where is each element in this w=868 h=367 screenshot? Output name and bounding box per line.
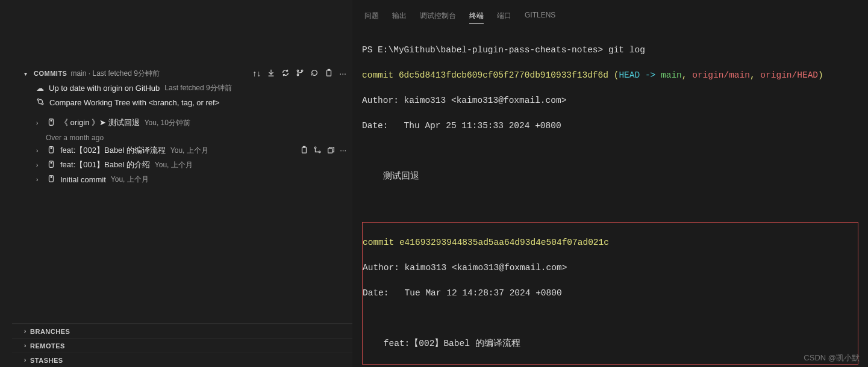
commit-meta: You, 上个月 bbox=[111, 174, 149, 185]
chevron-right-icon: › bbox=[24, 342, 30, 349]
commits-section-header[interactable]: ▾ COMMITS main · Last fetched 9分钟前 ↑↓ ··… bbox=[12, 66, 352, 81]
svg-point-2 bbox=[302, 70, 304, 72]
svg-point-1 bbox=[298, 74, 299, 76]
compare-icon bbox=[36, 97, 45, 108]
origin-meta: You, 10分钟前 bbox=[145, 118, 190, 128]
svg-point-17 bbox=[51, 162, 52, 163]
chevron-right-icon: › bbox=[24, 357, 30, 363]
tab-gitlens[interactable]: GITLENS bbox=[525, 11, 555, 24]
term-line: Author: kaimo313 <kaimo313@foxmail.com> bbox=[363, 262, 858, 274]
term-line: feat:【002】Babel 的编译流程 bbox=[363, 338, 858, 350]
svg-rect-3 bbox=[327, 70, 331, 76]
svg-point-10 bbox=[51, 147, 52, 149]
compare-row[interactable]: Compare Working Tree with <branch, tag, … bbox=[12, 95, 352, 109]
panel-tabs: 问题 输出 调试控制台 终端 端口 GITLENS bbox=[352, 0, 868, 29]
term-blank bbox=[362, 196, 858, 208]
term-line: Date: Thu Apr 25 11:35:33 2024 +0800 bbox=[362, 120, 858, 132]
commit-row[interactable]: › feat:【001】Babel 的介绍 You, 上个月 bbox=[12, 158, 352, 172]
activity-bar bbox=[0, 0, 12, 367]
chevron-down-icon: ▾ bbox=[24, 70, 30, 77]
chevron-right-icon: › bbox=[24, 328, 30, 335]
refresh-icon[interactable] bbox=[310, 69, 319, 79]
svg-rect-11 bbox=[302, 147, 307, 153]
commit-hash: commit e41693293944835ad5aa64d93d4e504f0… bbox=[363, 236, 858, 249]
commit-icon bbox=[47, 160, 55, 170]
tab-problems[interactable]: 问题 bbox=[364, 11, 379, 24]
term-line: Date: Tue Mar 12 14:28:37 2024 +0800 bbox=[363, 287, 858, 300]
commit-row-actions: ··· bbox=[300, 146, 346, 156]
stashes-label: STASHES bbox=[30, 357, 63, 364]
commit-row[interactable]: › feat:【002】Babel 的编译流程 You, 上个月 ··· bbox=[12, 143, 352, 158]
clipboard-icon[interactable] bbox=[325, 69, 333, 79]
uptodate-meta: Last fetched 9分钟前 bbox=[164, 83, 231, 93]
cloud-icon: ☁ bbox=[36, 84, 44, 93]
gap bbox=[12, 109, 352, 116]
commits-subtitle: main · Last fetched 9分钟前 bbox=[70, 69, 159, 79]
uptodate-text: Up to date with origin on GitHub bbox=[49, 84, 160, 93]
watermark: CSDN @凯小默 bbox=[804, 353, 860, 363]
branches-label: BRANCHES bbox=[30, 328, 70, 335]
stashes-section[interactable]: › STASHES bbox=[12, 353, 352, 367]
svg-point-8 bbox=[51, 120, 52, 121]
svg-point-6 bbox=[42, 103, 43, 105]
remotes-label: REMOTES bbox=[30, 342, 65, 350]
fetch-icon[interactable] bbox=[281, 69, 290, 79]
gitlens-sidebar: ▾ COMMITS main · Last fetched 9分钟前 ↑↓ ··… bbox=[12, 0, 352, 367]
term-line: commit 6dc5d8413fdcb609cf05f2770db910933… bbox=[362, 69, 858, 82]
svg-point-0 bbox=[298, 70, 299, 72]
up-down-icon[interactable]: ↑↓ bbox=[252, 69, 261, 79]
commits-title: COMMITS bbox=[34, 70, 67, 77]
commit-label: feat:【001】Babel 的介绍 bbox=[60, 159, 150, 170]
commits-section-actions: ↑↓ ··· bbox=[252, 69, 346, 79]
terminal-output[interactable]: PS E:\MyGithub\babel-plugin-pass-cheats-… bbox=[352, 29, 868, 367]
commit-icon bbox=[47, 146, 55, 156]
pull-icon[interactable] bbox=[267, 69, 275, 79]
commit-meta: You, 上个月 bbox=[155, 160, 193, 170]
sidebar-spacer bbox=[12, 0, 352, 66]
commit-hash: commit 6dc5d8413fdcb609cf05f2770db910933… bbox=[362, 70, 608, 80]
origin-text: 《 origin 》➤ 测试回退 bbox=[60, 117, 140, 128]
tab-debug[interactable]: 调试控制台 bbox=[420, 11, 456, 24]
chevron-right-icon: › bbox=[36, 147, 42, 154]
branches-section[interactable]: › BRANCHES bbox=[12, 324, 352, 338]
chevron-right-icon: › bbox=[36, 120, 42, 126]
origin-row[interactable]: › 《 origin 》➤ 测试回退 You, 10分钟前 bbox=[12, 116, 352, 130]
branch-pill-icon bbox=[47, 118, 55, 128]
remotes-section[interactable]: › REMOTES bbox=[12, 338, 352, 353]
svg-rect-15 bbox=[328, 148, 333, 153]
commit-icon bbox=[47, 174, 55, 185]
clipboard-icon[interactable] bbox=[300, 146, 308, 156]
commit-label: Initial commit bbox=[60, 175, 106, 184]
commit-label: feat:【002】Babel 的编译流程 bbox=[60, 145, 166, 156]
terminal-panel: 问题 输出 调试控制台 终端 端口 GITLENS PS E:\MyGithub… bbox=[352, 0, 868, 367]
svg-point-13 bbox=[314, 147, 316, 149]
svg-point-19 bbox=[51, 176, 52, 177]
term-blank bbox=[363, 312, 858, 325]
bottom-sections: › BRANCHES › REMOTES › STASHES bbox=[12, 323, 352, 367]
tab-ports[interactable]: 端口 bbox=[497, 11, 511, 24]
branch-icon[interactable] bbox=[296, 69, 304, 79]
svg-point-14 bbox=[319, 151, 320, 153]
svg-point-5 bbox=[37, 99, 39, 100]
term-line: Author: kaimo313 <kaimo313@foxmail.com> bbox=[362, 94, 858, 107]
more-icon[interactable]: ··· bbox=[339, 69, 346, 79]
chevron-right-icon: › bbox=[36, 176, 42, 183]
tab-output[interactable]: 输出 bbox=[392, 11, 407, 24]
copy-icon[interactable] bbox=[326, 146, 335, 156]
term-line: PS E:\MyGithub\babel-plugin-pass-cheats-… bbox=[362, 44, 858, 57]
highlighted-commit: commit e41693293944835ad5aa64d93d4e504f0… bbox=[362, 222, 858, 365]
tab-terminal[interactable]: 终端 bbox=[469, 11, 484, 24]
more-icon[interactable]: ··· bbox=[340, 146, 346, 156]
compare-text: Compare Working Tree with <branch, tag, … bbox=[49, 98, 219, 107]
commit-meta: You, 上个月 bbox=[170, 146, 208, 156]
chevron-right-icon: › bbox=[36, 162, 42, 168]
compare-icon-action[interactable] bbox=[313, 146, 322, 156]
term-line: 测试回退 bbox=[362, 170, 858, 183]
term-blank bbox=[362, 145, 858, 158]
uptodate-row[interactable]: ☁ Up to date with origin on GitHub Last … bbox=[12, 81, 352, 95]
group-label: Over a month ago bbox=[12, 130, 352, 143]
commit-row[interactable]: › Initial commit You, 上个月 bbox=[12, 172, 352, 187]
